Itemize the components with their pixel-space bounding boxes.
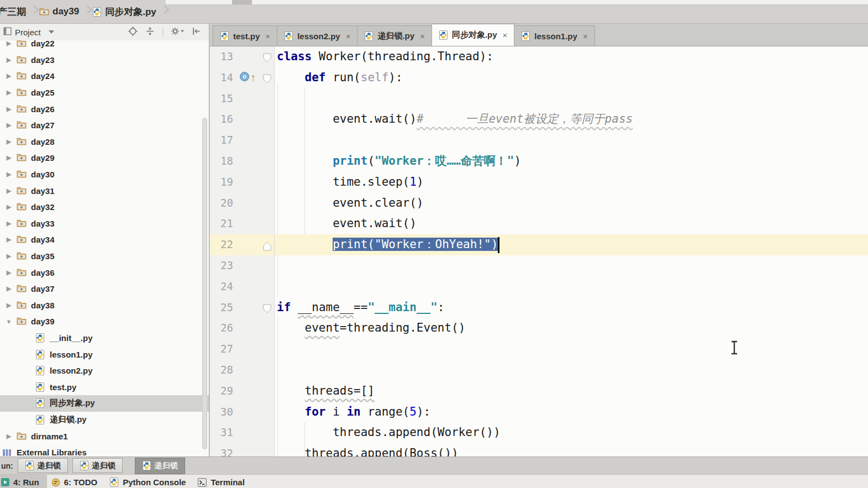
tree-item-day36[interactable]: ▶day36 [0,264,209,281]
code-line-28[interactable]: 28 [210,360,868,381]
editor-tab-lesson1.py[interactable]: lesson1.py× [514,25,595,46]
gutter: 23 [210,255,275,276]
code-line-17[interactable]: 17 [210,130,868,151]
chevron-collapsed-icon[interactable]: ▶ [6,220,12,227]
editor-tab-同步对象.py[interactable]: 同步对象.py× [432,24,514,46]
project-tree-scrollbar[interactable] [202,118,207,449]
tab-close-icon[interactable]: × [265,32,270,41]
editor-tab-递归锁.py[interactable]: 递归锁.py× [357,25,432,46]
tree-item-递归锁.py[interactable]: 递归锁.py [0,412,209,428]
gutter: 32 [210,443,275,456]
collapse-all-button[interactable] [145,27,155,38]
code-line-23[interactable]: 23 [210,255,868,276]
chevron-collapsed-icon[interactable]: ▶ [6,269,12,276]
code-editor[interactable]: 13class Worker(threading.Thread):14o↑ de… [210,46,868,456]
tree-item-dirname1[interactable]: ▶dirname1 [0,428,209,444]
tree-item-day31[interactable]: ▶day31 [0,182,209,199]
breadcrumb-item-1[interactable]: 产三期 [0,6,28,18]
tree-item-day23[interactable]: ▶day23 [0,52,209,69]
tab-label: lesson2.py [297,32,340,41]
tab-close-icon[interactable]: × [346,32,351,41]
code-line-14[interactable]: 14o↑ def run(self): [210,67,868,88]
chevron-collapsed-icon[interactable]: ▶ [6,106,12,113]
editor-tab-lesson2.py[interactable]: lesson2.py× [277,25,357,46]
tree-item-day22[interactable]: ▶day22 [0,40,209,52]
toolwindow-button-4-run[interactable]: 4: Run [0,475,47,488]
locate-button[interactable] [128,27,138,38]
tab-close-icon[interactable]: × [420,32,425,41]
run-tab-3[interactable]: 递归锁 [135,458,185,474]
tree-item-day30[interactable]: ▶day30 [0,166,209,183]
chevron-collapsed-icon[interactable]: ▶ [6,89,12,96]
tree-item-lesson1.py[interactable]: lesson1.py [0,346,209,363]
todo-icon [51,478,60,487]
code-line-26[interactable]: 26 event=threading.Event() [210,318,868,339]
tab-close-icon[interactable]: × [583,32,588,41]
tab-close-icon[interactable]: × [503,30,508,40]
run-tab-2[interactable]: 递归锁 [72,458,123,473]
code-line-19[interactable]: 19 time.sleep(1) [210,172,868,193]
code-line-30[interactable]: 30 for i in range(5): [210,402,868,423]
breadcrumb-item-3[interactable]: 同步对象.py [91,6,159,18]
python-icon [521,32,530,41]
code-text: event.wait() [277,213,417,234]
chevron-collapsed-icon[interactable]: ▶ [6,187,12,195]
settings-button[interactable] [171,27,184,38]
code-line-24[interactable]: 24 [210,276,868,297]
code-line-16[interactable]: 16 event.wait()# 一旦event被设定，等同于pass [210,109,868,130]
tree-item-day34[interactable]: ▶day34 [0,232,209,248]
tree-item-External Libraries[interactable]: External Libraries [0,444,209,456]
run-tab-1[interactable]: 递归锁 [18,458,68,473]
tree-item-test.py[interactable]: test.py [0,379,209,395]
code-line-31[interactable]: 31 threads.append(Worker()) [210,422,868,443]
chevron-collapsed-icon[interactable]: ▶ [6,122,12,129]
tree-item-day28[interactable]: ▶day28 [0,134,209,150]
breadcrumb-item-2[interactable]: day39 [38,6,81,17]
code-line-27[interactable]: 27 [210,339,868,360]
chevron-collapsed-icon[interactable]: ▶ [6,56,12,64]
tree-item-day32[interactable]: ▶day32 [0,199,209,216]
code-line-15[interactable]: 15 [210,88,868,109]
chevron-collapsed-icon[interactable]: ▶ [6,138,12,145]
toolwindow-button-python-console[interactable]: Python Console [105,475,193,488]
chevron-collapsed-icon[interactable]: ▶ [6,171,12,178]
tree-item-day37[interactable]: ▶day37 [0,281,209,297]
tree-item-day35[interactable]: ▶day35 [0,248,209,265]
toolwindow-button-terminal[interactable]: Terminal [193,475,252,488]
project-view-selector[interactable]: Project [0,27,128,37]
code-line-22[interactable]: 22 print("Worker：OhYeah!") [210,234,868,255]
overrides-method-icon[interactable]: o [240,72,249,81]
tree-item-day29[interactable]: ▶day29 [0,150,209,166]
tree-item-day27[interactable]: ▶day27 [0,117,209,134]
chevron-collapsed-icon[interactable]: ▶ [6,72,12,80]
tree-item-lesson2.py[interactable]: lesson2.py [0,363,209,379]
editor-tab-test.py[interactable]: test.py× [213,25,277,46]
chevron-collapsed-icon[interactable]: ▶ [6,433,12,440]
tree-item-label: lesson2.py [50,366,93,375]
code-line-25[interactable]: 25if __name__=="__main__": [210,297,868,318]
code-line-20[interactable]: 20 event.clear() [210,193,868,214]
chevron-collapsed-icon[interactable]: ▶ [6,236,12,243]
tree-item-__init__.py[interactable]: __init__.py [0,330,209,347]
chevron-expanded-icon[interactable]: ▼ [6,318,12,325]
chevron-collapsed-icon[interactable]: ▶ [6,302,12,309]
code-line-21[interactable]: 21 event.wait() [210,213,868,234]
tree-item-day25[interactable]: ▶day25 [0,85,209,101]
hide-button[interactable] [192,27,201,38]
code-line-13[interactable]: 13class Worker(threading.Thread): [210,46,868,67]
tree-item-day38[interactable]: ▶day38 [0,297,209,314]
code-line-32[interactable]: 32 threads.append(Boss()) [210,443,868,456]
chevron-collapsed-icon[interactable]: ▶ [6,285,12,292]
tree-item-day33[interactable]: ▶day33 [0,216,209,232]
chevron-collapsed-icon[interactable]: ▶ [6,154,12,161]
tree-item-day24[interactable]: ▶day24 [0,68,209,85]
tree-item-同步对象.py[interactable]: 同步对象.py [0,395,209,412]
tree-item-day26[interactable]: ▶day26 [0,101,209,117]
chevron-collapsed-icon[interactable]: ▶ [6,253,12,260]
code-line-18[interactable]: 18 print("Worker：哎……命苦啊！") [210,151,868,172]
toolwindow-button-6-todo[interactable]: 6: TODO [47,475,106,488]
code-line-29[interactable]: 29 threads=[] [210,381,868,402]
chevron-collapsed-icon[interactable]: ▶ [6,40,12,47]
chevron-collapsed-icon[interactable]: ▶ [6,203,12,211]
tree-item-day39[interactable]: ▼day39 [0,313,209,330]
